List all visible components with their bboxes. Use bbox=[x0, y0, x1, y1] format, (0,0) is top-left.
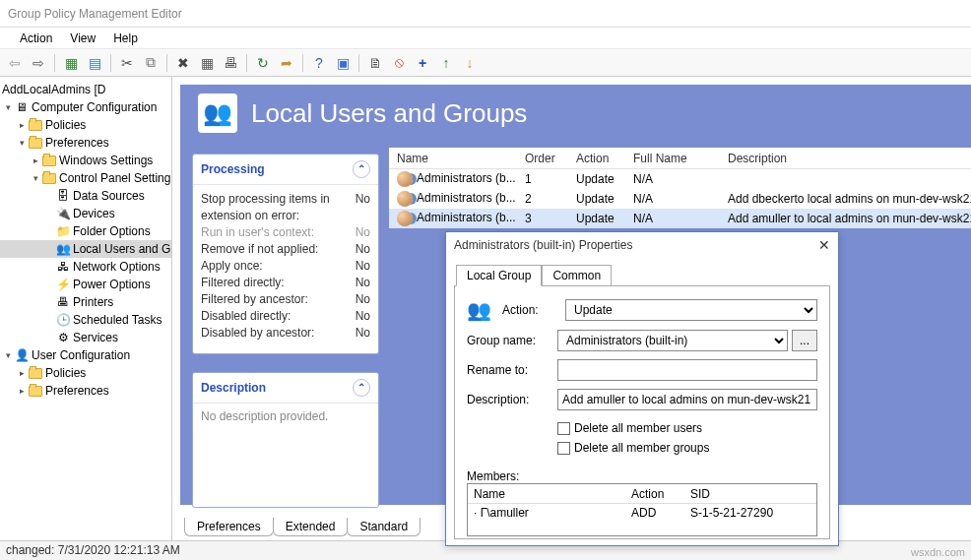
close-icon[interactable]: ✕ bbox=[818, 237, 830, 253]
up-icon[interactable]: ↑ bbox=[435, 52, 457, 74]
col-fullname[interactable]: Full Name bbox=[625, 152, 720, 165]
folder-options-icon: 📁 bbox=[55, 223, 71, 239]
tree-services[interactable]: ⚙Services bbox=[0, 329, 171, 346]
cell-order: 2 bbox=[517, 192, 568, 206]
tree-network-options[interactable]: 🖧Network Options bbox=[0, 258, 171, 276]
description-card: Description⌃ No description provided. bbox=[192, 372, 379, 508]
groupname-select[interactable]: Administrators (built-in) bbox=[557, 330, 788, 351]
new-icon[interactable]: ▦ bbox=[60, 52, 82, 74]
proc-filtanc-label: Filtered by ancestor: bbox=[201, 291, 308, 308]
export-icon[interactable]: ➦ bbox=[276, 52, 297, 74]
cell-full: N/A bbox=[625, 212, 720, 225]
list-row[interactable]: Administrators (b... 3 Update N/A Add am… bbox=[389, 209, 971, 228]
action-select[interactable]: Update bbox=[565, 299, 817, 321]
cell-name: Administrators (b... bbox=[417, 211, 516, 224]
folder-icon bbox=[42, 173, 56, 184]
tree-preferences-user[interactable]: ▸Preferences bbox=[0, 382, 171, 400]
collapse-icon[interactable]: ⌃ bbox=[353, 379, 370, 397]
device-icon: 🔌 bbox=[55, 206, 71, 221]
tree-windows-settings[interactable]: ▸Windows Settings bbox=[0, 152, 171, 169]
menubar: Action View Help bbox=[0, 28, 971, 49]
member-sid: S-1-5-21-27290 bbox=[690, 506, 810, 520]
down-icon[interactable]: ↓ bbox=[459, 52, 481, 74]
menu-view[interactable]: View bbox=[70, 31, 96, 45]
folder-icon bbox=[29, 120, 42, 131]
tree-devices[interactable]: 🔌Devices bbox=[0, 205, 171, 222]
menu-action[interactable]: Action bbox=[20, 31, 52, 45]
cell-order: 3 bbox=[517, 212, 568, 225]
processing-card: Processing⌃ Stop processing items in ext… bbox=[192, 154, 379, 354]
menu-help[interactable]: Help bbox=[113, 31, 138, 45]
properties-icon[interactable]: ▦ bbox=[196, 52, 218, 74]
groupname-label: Group name: bbox=[467, 334, 550, 347]
tree-printers[interactable]: 🖶Printers bbox=[0, 293, 171, 311]
proc-applyonce-label: Apply once: bbox=[201, 258, 263, 275]
members-col-action[interactable]: Action bbox=[631, 487, 690, 501]
members-list[interactable]: Name Action SID · Г\amuller ADD S-1-5-21… bbox=[467, 483, 817, 536]
tree-preferences[interactable]: ▾Preferences bbox=[0, 134, 171, 152]
tab-standard[interactable]: Standard bbox=[347, 518, 421, 536]
list-row[interactable]: Administrators (b... 1 Update N/A bbox=[389, 169, 971, 189]
tree-data-sources[interactable]: 🗄Data Sources bbox=[0, 187, 171, 205]
col-description[interactable]: Description bbox=[720, 152, 971, 165]
back-icon[interactable]: ⇦ bbox=[4, 52, 26, 74]
nav-tree[interactable]: AddLocalAdmins [D ▾🖥Computer Configurati… bbox=[0, 77, 172, 540]
folder-icon bbox=[29, 138, 42, 149]
tree-control-panel-settings[interactable]: ▾Control Panel Setting bbox=[0, 169, 171, 187]
items-list[interactable]: Name Order Action Full Name Description … bbox=[389, 148, 971, 228]
add-icon[interactable]: + bbox=[412, 52, 433, 74]
tree-folder-options[interactable]: 📁Folder Options bbox=[0, 222, 171, 240]
folder-icon bbox=[29, 386, 42, 397]
proc-filtanc-value: No bbox=[356, 291, 370, 308]
tab-extended[interactable]: Extended bbox=[273, 518, 349, 536]
tree-policies[interactable]: ▸Policies bbox=[0, 116, 171, 134]
window-title: Group Policy Management Editor bbox=[0, 0, 971, 28]
tab-preferences[interactable]: Preferences bbox=[184, 518, 274, 536]
bottom-tabs: Preferences Extended Standard bbox=[184, 518, 420, 536]
forward-icon[interactable]: ⇨ bbox=[28, 52, 49, 74]
col-action[interactable]: Action bbox=[568, 152, 625, 165]
tree-scheduled-tasks[interactable]: 🕒Scheduled Tasks bbox=[0, 311, 171, 329]
details-icon[interactable]: ▤ bbox=[84, 52, 105, 74]
col-order[interactable]: Order bbox=[517, 152, 568, 165]
window-icon[interactable]: ▣ bbox=[332, 52, 354, 74]
status-text: changed: 7/31/2020 12:21:13 AM bbox=[6, 541, 180, 560]
tree-user-config[interactable]: ▾👤User Configuration bbox=[0, 346, 171, 364]
power-icon: ⚡ bbox=[55, 277, 71, 292]
refresh-icon[interactable]: ↻ bbox=[252, 52, 274, 74]
tree-power-options[interactable]: ⚡Power Options bbox=[0, 276, 171, 293]
members-row[interactable]: · Г\amuller ADD S-1-5-21-27290 bbox=[468, 504, 816, 522]
delete-groups-checkbox[interactable] bbox=[557, 442, 570, 455]
desc-input[interactable] bbox=[557, 389, 817, 410]
delete-icon[interactable]: ✖ bbox=[172, 52, 194, 74]
copy-icon[interactable]: ⧉ bbox=[140, 52, 162, 74]
folder-icon bbox=[42, 156, 56, 166]
tab-common[interactable]: Common bbox=[542, 265, 612, 286]
doc-icon[interactable]: 🗎 bbox=[364, 52, 386, 74]
tree-root[interactable]: AddLocalAdmins [D bbox=[0, 81, 171, 98]
collapse-icon[interactable]: ⌃ bbox=[353, 160, 370, 178]
tree-local-users-groups[interactable]: 👥Local Users and G bbox=[0, 240, 171, 258]
rename-input[interactable] bbox=[557, 359, 817, 381]
stop-icon[interactable]: ⦸ bbox=[388, 52, 410, 74]
proc-usercontext-value: No bbox=[356, 224, 370, 241]
tree-computer-config[interactable]: ▾🖥Computer Configuration bbox=[0, 98, 171, 116]
services-icon: ⚙ bbox=[55, 330, 71, 345]
proc-filtdir-value: No bbox=[356, 275, 370, 291]
list-row[interactable]: Administrators (b... 2 Update N/A Add db… bbox=[389, 189, 971, 209]
print-icon[interactable]: 🖶 bbox=[220, 52, 241, 74]
col-name[interactable]: Name bbox=[389, 152, 517, 165]
delete-users-checkbox[interactable] bbox=[557, 422, 570, 435]
list-header: Name Order Action Full Name Description bbox=[389, 148, 971, 169]
browse-button[interactable]: ... bbox=[792, 330, 817, 351]
help-icon[interactable]: ? bbox=[308, 52, 330, 74]
cut-icon[interactable]: ✂ bbox=[116, 52, 138, 74]
tree-policies-user[interactable]: ▸Policies bbox=[0, 364, 171, 382]
proc-disanc-label: Disabled by ancestor: bbox=[201, 325, 314, 342]
tab-local-group[interactable]: Local Group bbox=[456, 265, 542, 286]
delete-groups-label: Delete all member groups bbox=[574, 438, 709, 458]
watermark: wsxdn.com bbox=[911, 546, 965, 558]
members-col-sid[interactable]: SID bbox=[690, 487, 810, 501]
members-col-name[interactable]: Name bbox=[474, 487, 631, 501]
computer-icon: 🖥 bbox=[14, 99, 30, 115]
